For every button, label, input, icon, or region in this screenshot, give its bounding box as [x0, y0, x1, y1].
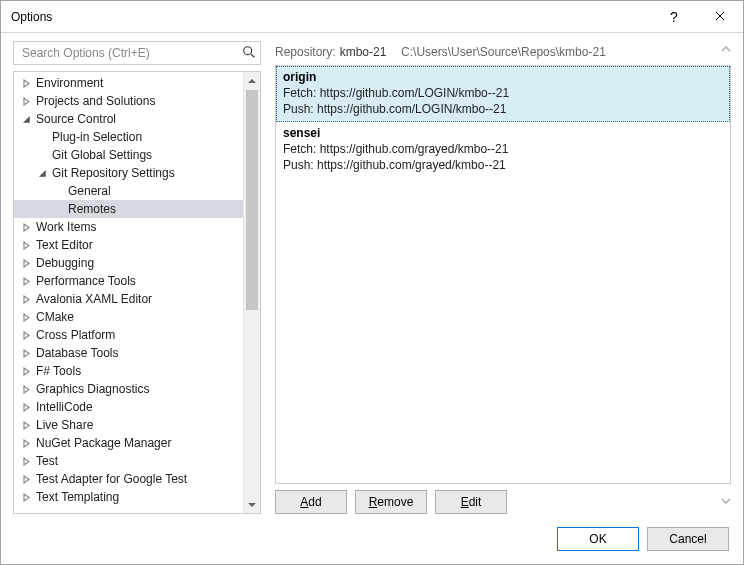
tree-item-label: Projects and Solutions — [36, 94, 155, 108]
chevron-down-icon[interactable] — [36, 169, 48, 178]
chevron-right-icon[interactable] — [20, 457, 32, 466]
search-input[interactable] — [20, 45, 242, 61]
dialog-footer: OK Cancel — [1, 514, 743, 564]
remote-push: Push: https://github.com/grayed/kmbo--21 — [283, 157, 723, 173]
close-button[interactable] — [697, 1, 743, 33]
tree-item[interactable]: IntelliCode — [14, 398, 243, 416]
remote-item[interactable]: senseiFetch: https://github.com/grayed/k… — [276, 122, 730, 178]
tree-item[interactable]: Graphics Diagnostics — [14, 380, 243, 398]
tree-item-label: Live Share — [36, 418, 93, 432]
ok-button[interactable]: OK — [557, 527, 639, 551]
repository-name: kmbo-21 — [340, 45, 387, 59]
remove-button[interactable]: Remove — [355, 490, 427, 514]
tree-item[interactable]: Avalonia XAML Editor — [14, 290, 243, 308]
tree-item[interactable]: Git Global Settings — [14, 146, 243, 164]
tree-item[interactable]: Environment — [14, 74, 243, 92]
tree-item[interactable]: Test Adapter for Google Test — [14, 470, 243, 488]
scroll-thumb[interactable] — [246, 90, 258, 310]
tree-item-label: IntelliCode — [36, 400, 93, 414]
chevron-down-icon[interactable] — [20, 115, 32, 124]
tree-item-label: CMake — [36, 310, 74, 324]
tree-item[interactable]: Plug-in Selection — [14, 128, 243, 146]
titlebar: Options ? — [1, 1, 743, 33]
tree-item-label: Text Editor — [36, 238, 93, 252]
cancel-button[interactable]: Cancel — [647, 527, 729, 551]
tree-item-label: Plug-in Selection — [52, 130, 142, 144]
tree-item-label: NuGet Package Manager — [36, 436, 171, 450]
tree-item[interactable]: Source Control — [14, 110, 243, 128]
tree-item-label: Database Tools — [36, 346, 119, 360]
tree-item-label: Cross Platform — [36, 328, 115, 342]
tree-item[interactable]: Database Tools — [14, 344, 243, 362]
tree-item-label: Work Items — [36, 220, 96, 234]
tree-item-label: Performance Tools — [36, 274, 136, 288]
chevron-right-icon[interactable] — [20, 439, 32, 448]
tree-item[interactable]: Live Share — [14, 416, 243, 434]
chevron-right-icon[interactable] — [20, 295, 32, 304]
chevron-up-icon — [248, 74, 256, 88]
chevron-right-icon[interactable] — [20, 385, 32, 394]
tree-item[interactable]: Cross Platform — [14, 326, 243, 344]
tree-item[interactable]: Projects and Solutions — [14, 92, 243, 110]
tree-item[interactable]: Git Repository Settings — [14, 164, 243, 182]
close-icon — [715, 10, 725, 24]
chevron-right-icon[interactable] — [20, 475, 32, 484]
remote-name: sensei — [283, 125, 723, 141]
tree-item-label: Git Repository Settings — [52, 166, 175, 180]
chevron-right-icon[interactable] — [20, 331, 32, 340]
tree-item[interactable]: NuGet Package Manager — [14, 434, 243, 452]
tree-item[interactable]: Debugging — [14, 254, 243, 272]
chevron-down-icon[interactable] — [721, 495, 731, 509]
chevron-right-icon[interactable] — [20, 277, 32, 286]
repository-path: C:\Users\User\Source\Repos\kmbo-21 — [401, 45, 606, 59]
tree-item-label: General — [68, 184, 111, 198]
chevron-right-icon[interactable] — [20, 367, 32, 376]
chevron-right-icon[interactable] — [20, 241, 32, 250]
chevron-right-icon[interactable] — [20, 259, 32, 268]
chevron-right-icon[interactable] — [20, 97, 32, 106]
tree-item-label: Test Adapter for Google Test — [36, 472, 187, 486]
scroll-up-button[interactable] — [244, 72, 260, 89]
tree-item[interactable]: F# Tools — [14, 362, 243, 380]
scroll-down-button[interactable] — [244, 496, 260, 513]
add-button[interactable]: Add — [275, 490, 347, 514]
options-dialog: Options ? EnvironmentProjects and Soluti… — [0, 0, 744, 565]
tree-item-label: Graphics Diagnostics — [36, 382, 149, 396]
chevron-down-icon — [248, 498, 256, 512]
tree-item-label: Source Control — [36, 112, 116, 126]
tree-item[interactable]: Work Items — [14, 218, 243, 236]
tree-item-label: Test — [36, 454, 58, 468]
tree-item[interactable]: CMake — [14, 308, 243, 326]
repository-label: Repository: — [275, 45, 336, 59]
chevron-right-icon[interactable] — [20, 223, 32, 232]
tree-item[interactable]: Text Templating — [14, 488, 243, 506]
remote-push: Push: https://github.com/LOGIN/kmbo--21 — [283, 101, 723, 117]
svg-line-1 — [251, 53, 254, 56]
tree-item[interactable]: General — [14, 182, 243, 200]
tree-item[interactable]: Test — [14, 452, 243, 470]
search-box[interactable] — [13, 41, 261, 65]
chevron-right-icon[interactable] — [20, 313, 32, 322]
svg-point-0 — [244, 46, 252, 54]
tree-item[interactable]: Performance Tools — [14, 272, 243, 290]
tree-item-label: Environment — [36, 76, 103, 90]
repository-header: Repository: kmbo-21 C:\Users\User\Source… — [275, 41, 731, 63]
help-button[interactable]: ? — [651, 1, 697, 33]
tree-item-label: Remotes — [68, 202, 116, 216]
chevron-up-icon[interactable] — [721, 43, 731, 57]
chevron-right-icon[interactable] — [20, 421, 32, 430]
remote-item[interactable]: originFetch: https://github.com/LOGIN/km… — [276, 66, 730, 122]
tree-item[interactable]: Text Editor — [14, 236, 243, 254]
chevron-right-icon[interactable] — [20, 349, 32, 358]
remotes-list[interactable]: originFetch: https://github.com/LOGIN/km… — [275, 65, 731, 484]
tree-item[interactable]: Remotes — [14, 200, 243, 218]
chevron-right-icon[interactable] — [20, 79, 32, 88]
chevron-right-icon[interactable] — [20, 493, 32, 502]
tree-scrollbar[interactable] — [243, 72, 260, 513]
edit-button[interactable]: Edit — [435, 490, 507, 514]
options-tree[interactable]: EnvironmentProjects and SolutionsSource … — [14, 72, 243, 513]
chevron-right-icon[interactable] — [20, 403, 32, 412]
tree-item-label: Avalonia XAML Editor — [36, 292, 152, 306]
remote-name: origin — [283, 69, 723, 85]
remote-fetch: Fetch: https://github.com/LOGIN/kmbo--21 — [283, 85, 723, 101]
